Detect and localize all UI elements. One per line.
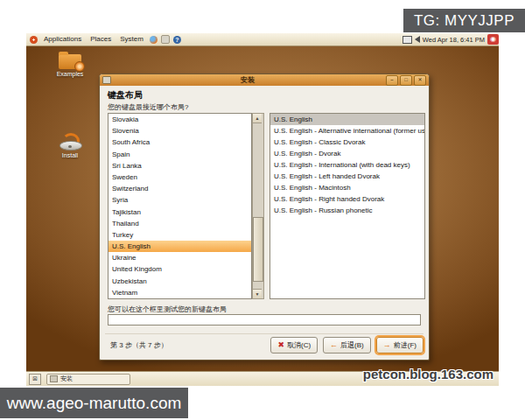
back-button[interactable]: ← 后退(B) — [323, 337, 371, 354]
firefox-icon[interactable] — [150, 36, 158, 44]
scroll-up-button[interactable]: ▲ — [253, 114, 262, 123]
list-item[interactable]: Turkey — [108, 229, 251, 241]
list-item[interactable]: Uzbekistan — [108, 276, 251, 287]
list-item[interactable]: Slovakia — [108, 114, 251, 125]
window-title: 安装 — [111, 75, 384, 85]
list-item[interactable]: U.S. English - Macintosh — [270, 182, 424, 193]
list-item[interactable]: U.S. English — [108, 241, 251, 252]
scrollbar-thumb[interactable] — [253, 217, 263, 282]
desktop-icon-install[interactable]: Install — [46, 133, 94, 158]
list-item[interactable]: Ukraine — [108, 252, 251, 263]
menu-system[interactable]: System — [116, 33, 148, 46]
list-item[interactable]: South Africa — [108, 136, 251, 148]
screenshot-stage: TG: MYYJJPP www.ageo-marutto.com Applica… — [0, 0, 525, 420]
list-item[interactable]: U.S. English - Dvorak — [270, 148, 424, 159]
list-item[interactable]: Spain — [108, 149, 251, 160]
cancel-icon: ✖ — [277, 341, 284, 349]
emblem-icon — [74, 61, 85, 72]
window-icon — [102, 76, 111, 84]
forward-button[interactable]: → 前进(F) — [376, 337, 424, 354]
install-cd-icon — [60, 133, 80, 150]
display-tray-icon[interactable] — [402, 36, 412, 44]
desktop-icon-label: Examples — [46, 71, 94, 77]
separator — [105, 333, 424, 334]
maximize-button[interactable]: □ — [400, 75, 412, 86]
test-keyboard-label: 您可以在这个框里测试您的新键盘布局 — [108, 304, 227, 314]
power-button[interactable]: ◉ — [487, 34, 499, 45]
tg-watermark: TG: MYYJJPP — [403, 9, 525, 32]
list-item[interactable]: U.S. English - Right handed Dvorak — [270, 193, 424, 205]
task-window-icon — [50, 375, 58, 382]
scroll-down-button[interactable]: ▼ — [253, 289, 262, 298]
installer-window: 安装 – □ ✕ 键盘布局 您的键盘最接近哪个布局? SlovakiaSlove… — [99, 74, 430, 360]
top-panel: Applications Places System ? Wed Apr 18,… — [26, 33, 499, 46]
list-item[interactable]: U.S. English - Russian phonetic — [270, 205, 424, 216]
list-item[interactable]: Syria — [108, 194, 251, 206]
list-item[interactable]: U.S. English - International (with dead … — [270, 159, 424, 171]
close-button[interactable]: ✕ — [414, 75, 426, 86]
list-item[interactable]: U.S. English — [270, 114, 424, 125]
desktop-icon-examples[interactable]: Examples — [46, 54, 94, 77]
task-window-label: 安装 — [60, 374, 73, 383]
menu-applications[interactable]: Applications — [39, 33, 86, 46]
keyboard-question-label: 您的键盘最接近哪个布局? — [108, 102, 188, 112]
window-body: 键盘布局 您的键盘最接近哪个布局? SlovakiaSloveniaSouth … — [100, 86, 429, 360]
desktop-icon-label: Install — [46, 152, 94, 158]
dialog-buttons: ✖ 取消(C) ← 后退(B) → 前进(F) — [270, 337, 424, 354]
step-indicator: 第 3 步（共 7 步） — [110, 340, 168, 350]
clock-applet[interactable]: Wed Apr 18, 6:41 PM — [423, 36, 485, 44]
help-icon[interactable]: ? — [173, 36, 181, 44]
window-titlebar[interactable]: 安装 – □ ✕ — [100, 74, 429, 86]
list-item[interactable]: Sweden — [108, 172, 251, 183]
taskbar-window-button[interactable]: 安装 — [46, 374, 130, 385]
forward-arrow-icon: → — [383, 341, 391, 349]
disc-hole — [68, 145, 72, 148]
list-item[interactable]: Slovenia — [108, 125, 251, 136]
list-item[interactable]: Vietnam — [108, 287, 251, 298]
volume-icon[interactable] — [415, 36, 420, 43]
country-list[interactable]: SlovakiaSloveniaSouth AfricaSpainSri Lan… — [108, 113, 252, 299]
folder-icon — [59, 54, 81, 69]
list-item[interactable]: U.S. English - Alternative international… — [270, 125, 424, 136]
cancel-button[interactable]: ✖ 取消(C) — [270, 337, 318, 354]
cancel-button-label: 取消(C) — [287, 340, 311, 350]
app-launcher-icon[interactable] — [161, 35, 170, 44]
keyboard-test-input[interactable] — [108, 314, 421, 326]
list-item[interactable]: Sri Lanka — [108, 160, 251, 172]
back-button-label: 后退(B) — [340, 340, 364, 350]
forward-button-label: 前进(F) — [394, 340, 416, 350]
panel-tray: Wed Apr 18, 6:41 PM ◉ — [402, 34, 499, 45]
show-desktop-button[interactable]: ⊠ — [29, 374, 41, 385]
bottom-right-watermark: petcon.blog.163.com — [363, 367, 494, 382]
minimize-button[interactable]: – — [386, 75, 398, 86]
layout-variant-list[interactable]: U.S. EnglishU.S. English - Alternative i… — [270, 113, 425, 299]
menu-places[interactable]: Places — [86, 33, 116, 46]
page-title: 键盘布局 — [108, 89, 143, 102]
list-item[interactable]: Tajikistan — [108, 206, 251, 218]
back-arrow-icon: ← — [330, 341, 338, 349]
list-item[interactable]: U.S. English - Left handed Dvorak — [270, 171, 424, 182]
list-item[interactable]: U.S. English - Classic Dvorak — [270, 136, 424, 148]
bottom-left-watermark: www.ageo-marutto.com — [0, 388, 188, 418]
desktop-wallpaper: Applications Places System ? Wed Apr 18,… — [26, 33, 499, 386]
list-item[interactable]: Switzerland — [108, 183, 251, 194]
list-item[interactable]: United Kingdom — [108, 263, 251, 275]
list-item[interactable]: Thailand — [108, 218, 251, 229]
ubuntu-logo-icon[interactable] — [30, 36, 38, 44]
country-list-scrollbar[interactable]: ▲ ▼ — [252, 113, 264, 299]
